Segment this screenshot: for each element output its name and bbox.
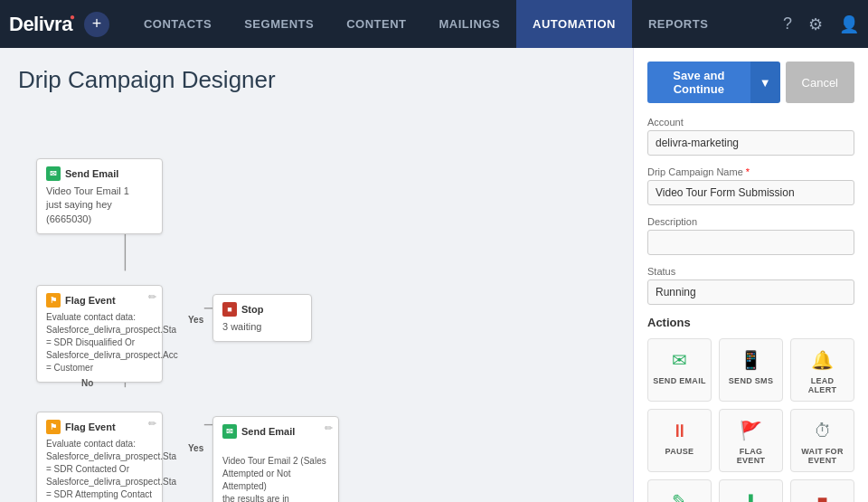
action-lead-alert[interactable]: 🔔 LEAD ALERT xyxy=(790,338,854,402)
canvas-area: Drip Campaign Designer ✉ xyxy=(0,48,633,502)
flag-event-icon: 🚩 xyxy=(740,419,762,442)
node-flag-event-1[interactable]: ✏ ⚑ Flag Event Evaluate contact data: Sa… xyxy=(36,285,163,383)
settings-icon[interactable]: ⚙ xyxy=(808,14,823,34)
wait-for-event-icon: ⏱ xyxy=(814,419,832,442)
edit-icon-2[interactable]: ✏ xyxy=(148,418,156,430)
lead-alert-icon: 🔔 xyxy=(811,348,834,372)
nav-reports[interactable]: REPORTS xyxy=(632,0,724,48)
no-label-1: No xyxy=(81,378,93,388)
nav-content[interactable]: CONTENT xyxy=(330,0,422,48)
action-export-csv[interactable]: ⬇ EXPORT CSV xyxy=(719,479,783,502)
action-send-email[interactable]: ✉ SEND EMAIL xyxy=(647,338,712,402)
campaign-canvas: ✉ Send Email Video Tour Email 1 just say… xyxy=(18,109,615,502)
campaign-name-label: Drip Campaign Name * xyxy=(647,166,854,177)
description-label: Description xyxy=(647,216,854,227)
logo-dot: ● xyxy=(70,12,75,22)
actions-title: Actions xyxy=(647,316,854,329)
pause-icon: ⏸ xyxy=(671,419,689,442)
edit-icon-3[interactable]: ✏ xyxy=(325,422,333,434)
action-stop[interactable]: ■ STOP xyxy=(790,479,854,502)
pause-label: PAUSE xyxy=(665,447,694,456)
yes-label-2: Yes xyxy=(188,443,203,453)
account-input[interactable] xyxy=(647,130,854,156)
send-icon: ✉ xyxy=(222,424,237,439)
action-flag-event[interactable]: 🚩 FLAG EVENT xyxy=(719,409,783,472)
nav-links: CONTACTS SEGMENTS CONTENT MAILINGS AUTOM… xyxy=(127,0,783,48)
node-body: Video Tour Email 1 just saying hey (6665… xyxy=(46,185,153,226)
description-input[interactable] xyxy=(647,230,854,255)
account-row: Account xyxy=(647,117,854,156)
node-body: 3 waiting xyxy=(222,320,302,334)
nav-contacts[interactable]: CONTACTS xyxy=(127,0,228,48)
node-body-2: Evaluate contact data: Salesforce_delivr… xyxy=(46,438,153,501)
help-icon[interactable]: ? xyxy=(783,14,792,33)
status-label: Status xyxy=(647,266,854,277)
node-body-3: Video Tour Email 2 (SalesAttempted or No… xyxy=(222,442,329,502)
wait-for-event-label: WAIT FOR EVENT xyxy=(796,447,849,465)
node-type: Send Email xyxy=(65,168,118,179)
node-send-email-2[interactable]: ✏ ✉ Send Email Video Tour Email 2 (Sales… xyxy=(212,416,339,502)
campaign-name-row: Drip Campaign Name * xyxy=(647,166,854,205)
status-row: Status xyxy=(647,266,854,305)
node-type: Flag Event xyxy=(65,295,116,306)
description-row: Description xyxy=(647,216,854,255)
send-sms-icon: 📱 xyxy=(740,348,762,372)
nav-automation[interactable]: AUTOMATION xyxy=(516,0,632,48)
send-email-icon: ✉ xyxy=(672,348,687,372)
main-container: Drip Campaign Designer ✉ xyxy=(0,48,868,502)
save-cancel-group: Save and Continue ▼ Cancel xyxy=(647,62,854,103)
node-stop[interactable]: ■ Stop 3 waiting xyxy=(212,294,312,342)
user-icon[interactable]: 👤 xyxy=(839,14,859,34)
action-pause[interactable]: ⏸ PAUSE xyxy=(647,409,712,472)
logo-text: Delivra xyxy=(9,13,72,36)
flag-icon: ⚑ xyxy=(46,293,61,308)
stop-icon: ■ xyxy=(222,302,237,317)
node-type: Stop xyxy=(241,304,263,315)
action-wait-for-event[interactable]: ⏱ WAIT FOR EVENT xyxy=(790,409,854,472)
lead-alert-label: LEAD ALERT xyxy=(796,376,849,394)
navbar: Delivra● + CONTACTS SEGMENTS CONTENT MAI… xyxy=(0,0,868,48)
edit-icon[interactable]: ✏ xyxy=(148,291,156,303)
save-dropdown-button[interactable]: ▼ xyxy=(750,62,780,103)
nav-segments[interactable]: SEGMENTS xyxy=(228,0,330,48)
node-flag-event-2[interactable]: ✏ ⚑ Flag Event Evaluate contact data: Sa… xyxy=(36,412,163,502)
node-body: Evaluate contact data: Salesforce_delivr… xyxy=(46,311,153,374)
add-button[interactable]: + xyxy=(84,12,109,37)
save-continue-button[interactable]: Save and Continue xyxy=(647,62,750,103)
cancel-button[interactable]: Cancel xyxy=(786,62,854,103)
send-email-label: SEND EMAIL xyxy=(653,376,706,385)
account-label: Account xyxy=(647,117,854,128)
yes-label-1: Yes xyxy=(188,315,203,325)
action-update-field[interactable]: ✎ UPDATE FIELD xyxy=(647,479,712,502)
stop-action-icon: ■ xyxy=(816,489,827,502)
export-csv-icon: ⬇ xyxy=(743,489,759,502)
actions-grid: ✉ SEND EMAIL 📱 SEND SMS 🔔 LEAD ALERT ⏸ P… xyxy=(647,338,854,502)
sidebar: Save and Continue ▼ Cancel Account Drip … xyxy=(633,48,868,502)
send-sms-label: SEND SMS xyxy=(729,376,773,385)
action-send-sms[interactable]: 📱 SEND SMS xyxy=(719,338,783,402)
flag-event-label: FLAG EVENT xyxy=(724,447,778,465)
nav-mailings[interactable]: MAILINGS xyxy=(423,0,517,48)
flag-icon-2: ⚑ xyxy=(46,420,61,434)
nav-icons: ? ⚙ 👤 xyxy=(783,14,859,34)
page-title: Drip Campaign Designer xyxy=(18,66,615,94)
node-type: Send Email xyxy=(241,426,295,437)
campaign-name-input[interactable] xyxy=(647,180,854,205)
email-icon: ✉ xyxy=(46,166,61,181)
status-input[interactable] xyxy=(647,279,854,305)
node-type: Flag Event xyxy=(65,421,116,432)
update-field-icon: ✎ xyxy=(672,489,687,502)
logo: Delivra● xyxy=(9,13,75,36)
required-star: * xyxy=(743,166,750,177)
node-send-email-1[interactable]: ✉ Send Email Video Tour Email 1 just say… xyxy=(36,158,163,234)
